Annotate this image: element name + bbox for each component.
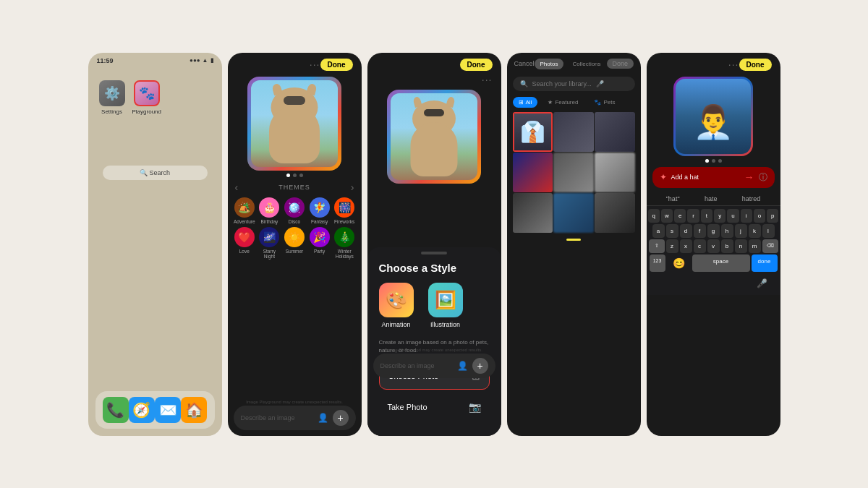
key-backspace[interactable]: ⌫: [762, 239, 778, 253]
key-g[interactable]: g: [707, 224, 720, 238]
autocomplete-2[interactable]: hatred: [742, 195, 761, 202]
settings-app[interactable]: ⚙️ Settings: [99, 80, 125, 115]
filter-pets[interactable]: 🐾 Pets: [588, 97, 621, 108]
key-numbers[interactable]: 123: [650, 254, 665, 272]
key-shift[interactable]: ⇧: [649, 239, 665, 253]
compose-bar-3[interactable]: Describe an image 👤 +: [373, 354, 495, 378]
key-x[interactable]: x: [680, 239, 692, 253]
prev-arrow[interactable]: ‹: [235, 181, 239, 193]
next-arrow[interactable]: ›: [351, 181, 354, 193]
photo-6[interactable]: [595, 153, 635, 192]
done-button-3[interactable]: Done: [460, 59, 493, 71]
key-d[interactable]: d: [680, 224, 692, 238]
key-c[interactable]: c: [694, 239, 706, 253]
tab-collections[interactable]: Collections: [566, 59, 606, 69]
theme-fireworks[interactable]: 🎆 Fireworks: [333, 197, 356, 224]
autocomplete-1[interactable]: hate: [705, 195, 718, 202]
illustration-label: Illustration: [430, 321, 460, 328]
screen1-home: 11:59 ●●● ▲ ▮ ⚙️ Settings 🐾 Playground 🔍…: [88, 53, 222, 436]
mic-icon[interactable]: 🎤: [751, 275, 773, 291]
key-j[interactable]: j: [735, 224, 747, 238]
tab-photos[interactable]: Photos: [535, 59, 564, 69]
info-icon[interactable]: ⓘ: [759, 171, 767, 184]
mic-search-icon[interactable]: 🎤: [596, 80, 604, 87]
key-s[interactable]: s: [666, 224, 678, 238]
theme-love[interactable]: ❤️ Love: [234, 227, 256, 259]
key-e[interactable]: e: [674, 209, 686, 223]
home-dock-icon[interactable]: 🏠: [181, 397, 207, 423]
compose-bar-2[interactable]: Describe an image 👤 +: [234, 406, 356, 430]
key-v[interactable]: v: [707, 239, 720, 253]
filter-all[interactable]: ⊞ All: [513, 97, 538, 108]
key-m[interactable]: m: [749, 239, 761, 253]
photo-7[interactable]: [513, 193, 553, 233]
filter-featured[interactable]: ★ Featured: [542, 97, 584, 108]
key-f[interactable]: f: [694, 224, 706, 238]
key-y[interactable]: y: [714, 209, 726, 223]
key-a[interactable]: a: [652, 224, 665, 238]
take-photo-item[interactable]: Take Photo 📷: [379, 394, 490, 420]
key-i[interactable]: i: [741, 209, 752, 223]
photo-2[interactable]: [553, 112, 594, 152]
theme-fantasy[interactable]: 🧚 Fantasy: [308, 197, 331, 224]
theme-birthday[interactable]: 🎂 Birthday: [258, 197, 281, 224]
style-sheet: Choose a Style 🎨 Animation 🖼️ Illustrati…: [367, 247, 501, 435]
photo-car[interactable]: [513, 153, 553, 192]
key-l[interactable]: l: [762, 224, 775, 238]
key-z[interactable]: z: [666, 239, 678, 253]
safari-dock-icon[interactable]: 🧭: [129, 397, 155, 423]
key-n[interactable]: n: [735, 239, 747, 253]
photo-3[interactable]: [595, 112, 635, 152]
theme-summer[interactable]: ☀️ Summer: [284, 227, 306, 259]
photo-5[interactable]: [553, 153, 594, 192]
key-o[interactable]: o: [754, 209, 765, 223]
emoji-button[interactable]: 😊: [667, 254, 691, 272]
theme-party[interactable]: 🎉 Party: [308, 227, 331, 259]
person-icon[interactable]: 👤: [318, 413, 328, 423]
key-q[interactable]: q: [648, 209, 660, 223]
done-button-2[interactable]: Done: [320, 59, 353, 71]
wifi-icon: ▲: [203, 57, 208, 64]
key-r[interactable]: r: [687, 209, 699, 223]
photo-8[interactable]: [553, 193, 594, 233]
animation-style[interactable]: 🎨 Animation: [379, 283, 414, 328]
input-text[interactable]: Add a hat: [671, 174, 740, 181]
text-input-bar[interactable]: ✦ Add a hat → ⓘ: [652, 167, 775, 188]
search-bar-4[interactable]: 🔍 Search your library... 🎤: [513, 77, 635, 91]
key-t[interactable]: t: [701, 209, 712, 223]
photo-9[interactable]: [595, 193, 635, 233]
key-h[interactable]: h: [721, 224, 733, 238]
person-icon-3[interactable]: 👤: [457, 361, 468, 371]
key-space[interactable]: space: [692, 254, 750, 272]
themes-label: THEMES: [278, 184, 310, 191]
phone-dock-icon[interactable]: 📞: [103, 397, 129, 423]
cancel-button-4[interactable]: Cancel: [514, 60, 535, 67]
done-button-4[interactable]: Done: [607, 59, 634, 69]
key-b[interactable]: b: [721, 239, 733, 253]
person-portrait-icon: 👨‍💼: [693, 103, 733, 141]
toolbar-4: [507, 234, 641, 245]
autocomplete-0[interactable]: "hat": [666, 195, 680, 202]
add-button-3[interactable]: +: [472, 358, 488, 374]
three-dots-5[interactable]: ···: [728, 59, 739, 71]
theme-disco[interactable]: 🪩 Disco: [284, 197, 306, 224]
key-k[interactable]: k: [749, 224, 761, 238]
playground-app[interactable]: 🐾 Playground: [132, 80, 161, 115]
three-dots-3[interactable]: ···: [482, 74, 493, 85]
key-p[interactable]: p: [767, 209, 778, 223]
key-w[interactable]: w: [661, 209, 673, 223]
key-u[interactable]: u: [727, 209, 739, 223]
mail-dock-icon[interactable]: ✉️: [155, 397, 181, 423]
three-dots-2[interactable]: ···: [310, 59, 320, 71]
add-button-2[interactable]: +: [333, 410, 349, 426]
done-button-5[interactable]: Done: [739, 59, 772, 71]
photo-person-selected[interactable]: 👔: [513, 112, 553, 152]
theme-starry[interactable]: 🌌 Starry Night: [258, 227, 281, 259]
illustration-style[interactable]: 🖼️ Illustration: [428, 283, 463, 328]
theme-adventure[interactable]: 🏕️ Adventure: [234, 197, 256, 224]
kb-row-2: a s d f g h j k l: [648, 224, 779, 238]
featured-icon: ★: [548, 99, 553, 106]
theme-winter[interactable]: 🎄 Winter Holidays: [333, 227, 356, 259]
key-done[interactable]: done: [752, 254, 778, 272]
search-bar-1[interactable]: 🔍 Search: [103, 166, 208, 180]
